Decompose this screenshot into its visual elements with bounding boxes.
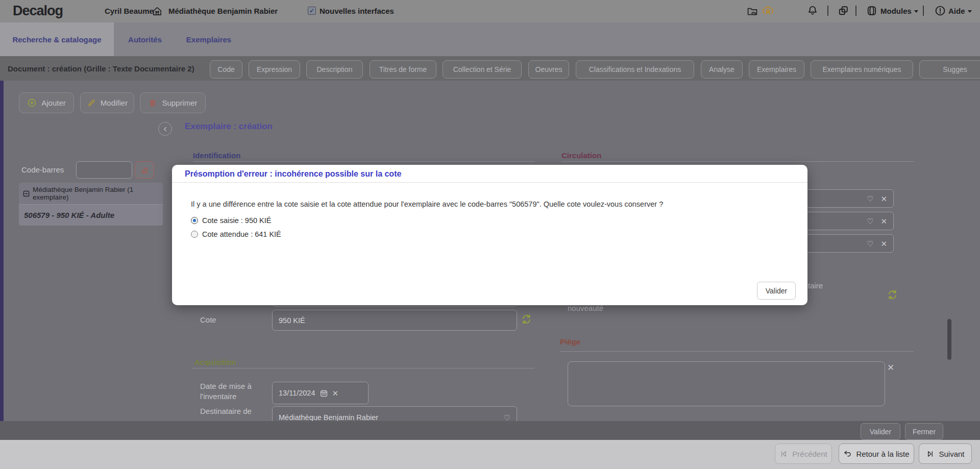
destinataire-label: Destinataire de	[200, 407, 252, 415]
clear-date-icon[interactable]: ✕	[332, 389, 339, 397]
tab-label: Autorités	[128, 35, 162, 44]
skip-next-icon	[926, 450, 935, 458]
tree-exemplaire-item[interactable]: 506579 - 950 KIÉ - Adulte	[19, 204, 163, 226]
radio-selected-icon[interactable]	[191, 217, 198, 224]
tree-item-label: 506579 - 950 KIÉ - Adulte	[24, 211, 114, 219]
panel-close-button[interactable]: Fermer	[905, 423, 943, 440]
chevron-down-icon	[968, 10, 972, 13]
favorite-heart-icon[interactable]: ♡	[504, 414, 510, 422]
piege-textarea[interactable]	[568, 361, 885, 406]
panel-validate-button[interactable]: Valider	[861, 423, 900, 440]
calendar-icon[interactable]	[320, 389, 328, 398]
radio-option-cote-saisie[interactable]: Cote saisie : 950 KIÉ	[191, 216, 271, 225]
wizard-footer	[0, 440, 980, 469]
docbar-button-classifications[interactable]: Classifications et Indexations	[576, 60, 694, 79]
refresh-icon[interactable]	[520, 313, 533, 326]
refresh-icon[interactable]	[886, 288, 899, 301]
section-divider	[561, 161, 914, 162]
favorite-heart-icon[interactable]: ♡	[867, 195, 873, 203]
chevron-left-icon	[162, 126, 169, 133]
docbar-button-code[interactable]: Code	[210, 60, 242, 79]
vertical-scrollbar[interactable]	[947, 319, 951, 360]
tab-label: Exemplaires	[186, 35, 231, 44]
delete-label: Supprimer	[162, 98, 197, 107]
notifications-bell-icon[interactable]	[806, 5, 819, 17]
docbar-button-analyse[interactable]: Analyse	[701, 60, 743, 79]
chip-label: Exemplaires numériques	[822, 65, 901, 73]
add-label: Ajouter	[41, 98, 66, 107]
info-circle-icon	[934, 5, 946, 17]
top-header: Decalog Cyril Beaume Médiathèque Benjami…	[0, 0, 980, 22]
tree-root-row[interactable]: Médiathèque Benjamin Rabier (1 exemplair…	[19, 183, 163, 204]
delete-button[interactable]: Supprimer	[140, 92, 206, 113]
folder-cloud-icon[interactable]	[746, 5, 758, 17]
chip-label: Analyse	[709, 65, 734, 73]
eraser-icon	[140, 165, 149, 175]
back-button[interactable]	[158, 122, 172, 136]
tab-recherche-catalogage[interactable]: Recherche & catalogage	[0, 22, 114, 56]
exemplaires-tree: Médiathèque Benjamin Rabier (1 exemplair…	[19, 183, 163, 226]
radio-label: Cote saisie : 950 KIÉ	[202, 216, 271, 225]
clear-field-icon[interactable]: ✕	[880, 217, 887, 225]
chip-label: Oeuvres	[535, 65, 562, 73]
cote-input[interactable]: 950 KIÉ	[272, 310, 517, 331]
app-root: Decalog Cyril Beaume Médiathèque Benjami…	[0, 0, 980, 469]
decalog-logo: Decalog	[13, 3, 63, 19]
radio-option-cote-attendue[interactable]: Cote attendue : 641 KIÉ	[191, 230, 281, 238]
inventory-date-label-line2: l'inventaire	[200, 392, 236, 401]
docbar-button-oeuvres[interactable]: Oeuvres	[528, 60, 569, 79]
next-label: Suivant	[939, 450, 964, 458]
add-button[interactable]: Ajouter	[19, 92, 74, 113]
collapse-minus-icon[interactable]	[23, 190, 30, 197]
radio-unselected-icon[interactable]	[191, 231, 198, 238]
dialog-message: Il y a une différence entre la cote sais…	[191, 200, 663, 208]
modules-menu[interactable]: Modules	[880, 7, 918, 15]
docbar-button-suggestions[interactable]: Sugges	[919, 60, 980, 79]
tab-exemplaires[interactable]: Exemplaires	[187, 22, 231, 56]
tab-autorites[interactable]: Autorités	[128, 22, 162, 56]
tree-root-label: Médiathèque Benjamin Rabier (1 exemplair…	[33, 186, 159, 201]
clear-piege-icon[interactable]: ✕	[887, 363, 894, 372]
docbar-button-exemplaires[interactable]: Exemplaires	[749, 60, 804, 79]
dialog-validate-label: Valider	[766, 287, 788, 295]
dialog-validate-button[interactable]: Valider	[757, 282, 796, 300]
current-library: Médiathèque Benjamin Rabier	[168, 7, 278, 15]
docbar-button-collection-serie[interactable]: Collection et Série	[443, 60, 522, 79]
clear-barcode-button[interactable]	[135, 161, 154, 179]
previous-button[interactable]: Précédent	[775, 443, 832, 464]
section-divider	[191, 368, 535, 368]
favorite-heart-icon[interactable]: ♡	[867, 240, 873, 248]
docbar-button-expression[interactable]: Expression	[249, 60, 300, 79]
acquisition-section-title: Acquisition	[194, 358, 236, 366]
barcode-input[interactable]	[76, 161, 132, 179]
beacon-user-icon[interactable]	[762, 5, 774, 17]
panel-bottom-strip	[0, 421, 980, 440]
chip-label: Description	[316, 65, 352, 73]
inventory-date-input[interactable]: 13/11/2024 ✕	[272, 382, 369, 404]
back-to-list-button[interactable]: Retour à la liste	[839, 443, 914, 464]
inventory-date-value: 13/11/2024	[279, 389, 315, 397]
docbar-button-description[interactable]: Description	[306, 60, 363, 79]
chip-label: Collection et Série	[453, 65, 511, 73]
clear-field-icon[interactable]: ✕	[880, 240, 887, 248]
barcode-label: Code-barres	[21, 165, 64, 174]
new-interfaces-checkbox[interactable]: ✓	[308, 7, 316, 15]
chip-label: Exemplaires	[757, 65, 796, 73]
skip-previous-icon	[779, 450, 788, 458]
windows-cascade-icon[interactable]	[837, 5, 849, 17]
docbar-button-exemplaires-numeriques[interactable]: Exemplaires numériques	[811, 60, 913, 79]
edit-button[interactable]: Modifier	[80, 92, 134, 113]
help-menu[interactable]: Aide	[948, 7, 972, 15]
inventory-date-label-line1: Date de mise à	[200, 382, 252, 390]
edit-label: Modifier	[101, 98, 128, 107]
current-user: Cyril Beaume	[105, 7, 154, 15]
piege-section-title: Piège	[560, 337, 580, 346]
docbar-button-titres-de-forme[interactable]: Titres de forme	[370, 60, 436, 79]
page-title: Exemplaire : création	[185, 121, 273, 132]
clear-field-icon[interactable]: ✕	[880, 195, 887, 203]
chip-label: Sugges	[943, 65, 967, 73]
cote-label: Cote	[200, 315, 216, 324]
section-divider	[193, 161, 535, 162]
next-button[interactable]: Suivant	[919, 443, 972, 464]
favorite-heart-icon[interactable]: ♡	[867, 217, 873, 225]
